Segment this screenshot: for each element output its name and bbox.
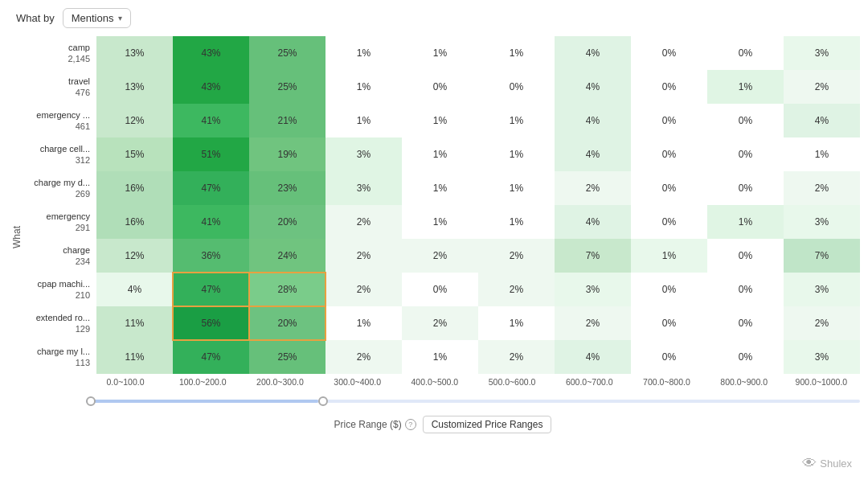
heatmap-cell[interactable]: 2%: [555, 306, 631, 340]
heatmap-cell[interactable]: 1%: [326, 70, 402, 104]
heatmap-cell[interactable]: 4%: [555, 137, 631, 171]
heatmap-cell[interactable]: 1%: [478, 205, 555, 239]
heatmap-cell[interactable]: 4%: [784, 104, 860, 137]
heatmap-cell[interactable]: 1%: [326, 104, 402, 137]
mentions-dropdown[interactable]: Mentions ▾: [63, 8, 132, 28]
heatmap-cell[interactable]: 13%: [96, 36, 173, 70]
heatmap-cell[interactable]: 11%: [96, 340, 173, 374]
heatmap-cell[interactable]: 0%: [707, 36, 784, 70]
heatmap-cell[interactable]: 2%: [784, 70, 860, 104]
heatmap-cell[interactable]: 20%: [249, 306, 326, 340]
heatmap-cell[interactable]: 1%: [478, 36, 555, 70]
heatmap-cell[interactable]: 25%: [249, 36, 326, 70]
heatmap-cell[interactable]: 43%: [173, 36, 249, 70]
heatmap-cell[interactable]: 1%: [402, 137, 478, 171]
heatmap-cell[interactable]: 0%: [631, 104, 707, 137]
heatmap-cell[interactable]: 7%: [784, 239, 860, 273]
heatmap-cell[interactable]: 12%: [96, 104, 173, 137]
heatmap-cell[interactable]: 0%: [631, 36, 707, 70]
heatmap-cell[interactable]: 11%: [96, 306, 173, 340]
heatmap-cell[interactable]: 15%: [96, 137, 173, 171]
slider-thumb-left[interactable]: [86, 396, 96, 406]
heatmap-cell[interactable]: 3%: [326, 171, 402, 205]
heatmap-cell[interactable]: 20%: [249, 205, 326, 239]
heatmap-cell[interactable]: 1%: [707, 205, 784, 239]
heatmap-cell[interactable]: 2%: [784, 306, 860, 340]
heatmap-cell[interactable]: 1%: [402, 171, 478, 205]
heatmap-cell[interactable]: 41%: [173, 205, 249, 239]
heatmap-cell[interactable]: 1%: [784, 137, 860, 171]
heatmap-cell[interactable]: 47%: [173, 340, 249, 374]
heatmap-cell[interactable]: 16%: [96, 205, 173, 239]
heatmap-cell[interactable]: 0%: [707, 171, 784, 205]
heatmap-cell[interactable]: 1%: [402, 104, 478, 137]
heatmap-cell[interactable]: 3%: [784, 36, 860, 70]
heatmap-cell[interactable]: 43%: [173, 70, 249, 104]
heatmap-cell[interactable]: 1%: [478, 104, 555, 137]
heatmap-cell[interactable]: 0%: [631, 171, 707, 205]
heatmap-cell[interactable]: 1%: [402, 340, 478, 374]
heatmap-cell[interactable]: 2%: [478, 239, 555, 273]
heatmap-cell[interactable]: 2%: [478, 340, 555, 374]
heatmap-cell[interactable]: 2%: [478, 273, 555, 306]
heatmap-cell[interactable]: 2%: [402, 239, 478, 273]
heatmap-cell[interactable]: 1%: [707, 70, 784, 104]
heatmap-cell[interactable]: 0%: [707, 306, 784, 340]
heatmap-cell[interactable]: 2%: [326, 273, 402, 306]
heatmap-cell[interactable]: 0%: [478, 70, 555, 104]
heatmap-cell[interactable]: 28%: [249, 273, 326, 306]
heatmap-cell[interactable]: 2%: [326, 239, 402, 273]
heatmap-cell[interactable]: 41%: [173, 104, 249, 137]
heatmap-cell[interactable]: 19%: [249, 137, 326, 171]
heatmap-cell[interactable]: 2%: [326, 205, 402, 239]
heatmap-cell[interactable]: 7%: [555, 239, 631, 273]
heatmap-cell[interactable]: 0%: [707, 104, 784, 137]
heatmap-cell[interactable]: 4%: [555, 205, 631, 239]
heatmap-cell[interactable]: 2%: [326, 340, 402, 374]
heatmap-cell[interactable]: 1%: [631, 239, 707, 273]
heatmap-cell[interactable]: 0%: [707, 273, 784, 306]
heatmap-cell[interactable]: 25%: [249, 340, 326, 374]
heatmap-cell[interactable]: 4%: [555, 104, 631, 137]
heatmap-cell[interactable]: 1%: [478, 171, 555, 205]
heatmap-cell[interactable]: 1%: [326, 306, 402, 340]
heatmap-cell[interactable]: 47%: [173, 171, 249, 205]
heatmap-cell[interactable]: 0%: [402, 70, 478, 104]
heatmap-cell[interactable]: 3%: [784, 205, 860, 239]
heatmap-cell[interactable]: 2%: [555, 171, 631, 205]
heatmap-cell[interactable]: 13%: [96, 70, 173, 104]
heatmap-cell[interactable]: 0%: [631, 70, 707, 104]
slider-thumb-right[interactable]: [318, 396, 328, 406]
heatmap-cell[interactable]: 47%: [173, 273, 249, 306]
info-icon[interactable]: ?: [405, 419, 416, 430]
heatmap-cell[interactable]: 23%: [249, 171, 326, 205]
customized-price-ranges-button[interactable]: Customized Price Ranges: [423, 416, 552, 433]
heatmap-cell[interactable]: 3%: [326, 137, 402, 171]
heatmap-cell[interactable]: 24%: [249, 239, 326, 273]
heatmap-cell[interactable]: 0%: [707, 239, 784, 273]
heatmap-cell[interactable]: 4%: [96, 273, 173, 306]
heatmap-cell[interactable]: 3%: [784, 340, 860, 374]
heatmap-cell[interactable]: 0%: [707, 137, 784, 171]
heatmap-cell[interactable]: 25%: [249, 70, 326, 104]
heatmap-cell[interactable]: 1%: [402, 205, 478, 239]
heatmap-cell[interactable]: 0%: [631, 137, 707, 171]
heatmap-cell[interactable]: 2%: [784, 171, 860, 205]
heatmap-cell[interactable]: 0%: [631, 205, 707, 239]
heatmap-cell[interactable]: 3%: [784, 273, 860, 306]
heatmap-cell[interactable]: 3%: [555, 273, 631, 306]
heatmap-cell[interactable]: 1%: [478, 137, 555, 171]
heatmap-cell[interactable]: 1%: [402, 36, 478, 70]
heatmap-cell[interactable]: 56%: [173, 306, 249, 340]
heatmap-cell[interactable]: 2%: [402, 306, 478, 340]
heatmap-cell[interactable]: 36%: [173, 239, 249, 273]
heatmap-cell[interactable]: 0%: [631, 273, 707, 306]
slider-container[interactable]: [86, 393, 860, 408]
heatmap-cell[interactable]: 0%: [631, 306, 707, 340]
heatmap-cell[interactable]: 4%: [555, 340, 631, 374]
heatmap-cell[interactable]: 12%: [96, 239, 173, 273]
heatmap-cell[interactable]: 0%: [402, 273, 478, 306]
heatmap-cell[interactable]: 0%: [707, 340, 784, 374]
heatmap-cell[interactable]: 16%: [96, 171, 173, 205]
heatmap-cell[interactable]: 0%: [631, 340, 707, 374]
